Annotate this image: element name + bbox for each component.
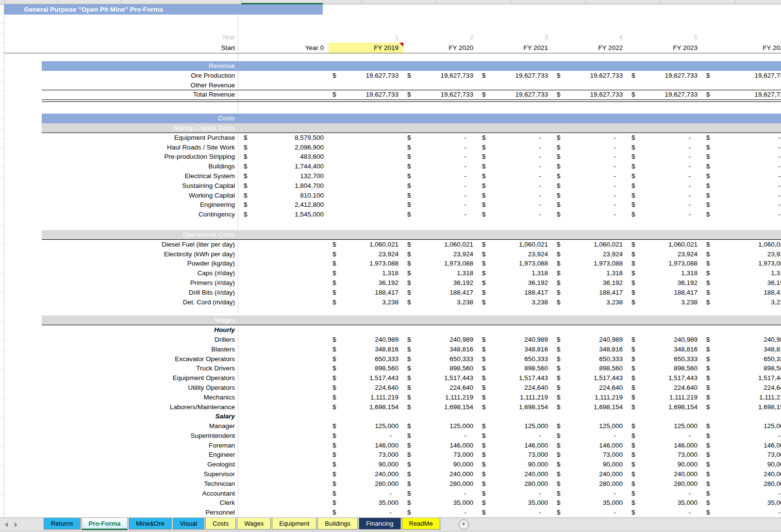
row-label[interactable]: Foreman (0, 441, 238, 450)
money-cell[interactable]: $1,318 (553, 268, 628, 278)
empty-cell[interactable] (329, 210, 403, 219)
money-cell[interactable]: $73,000 (403, 450, 478, 460)
money-cell[interactable]: $- (403, 181, 478, 191)
empty-cell[interactable] (238, 335, 329, 345)
fiscal-year-header-fy2021[interactable]: FY 2021 (478, 43, 553, 53)
empty-cell[interactable] (238, 298, 329, 307)
money-cell[interactable]: $23,924 (628, 249, 702, 259)
row-label[interactable]: Contingency (0, 210, 238, 219)
money-cell[interactable]: $90,000 (628, 460, 702, 469)
empty-cell[interactable] (238, 498, 329, 508)
fiscal-year-header-fy2023[interactable]: FY 2023 (628, 43, 702, 53)
money-cell[interactable]: $650,333 (628, 354, 702, 364)
money-cell[interactable]: $35,000 (478, 498, 553, 508)
money-cell[interactable]: $280,000 (329, 479, 403, 489)
money-cell[interactable]: $2,412,800 (238, 200, 329, 210)
money-cell[interactable]: $650,333 (478, 354, 553, 364)
money-cell[interactable]: $36,192 (403, 278, 478, 288)
money-cell[interactable]: $- (702, 162, 781, 171)
money-cell[interactable]: $146,000 (403, 441, 478, 450)
money-cell[interactable]: $1,060,021 (329, 240, 403, 249)
money-cell[interactable]: $36,192 (628, 278, 702, 288)
sheet-tab-pro-forma[interactable]: Pro-Forma (82, 517, 128, 530)
money-cell[interactable]: $36,192 (702, 278, 781, 288)
money-cell[interactable]: $348,816 (702, 345, 781, 354)
money-cell[interactable]: $224,640 (628, 383, 702, 393)
money-cell[interactable]: $146,000 (553, 441, 628, 450)
money-cell[interactable]: $- (553, 152, 628, 162)
money-cell[interactable]: $125,000 (403, 421, 478, 431)
money-cell[interactable]: $1,111,219 (403, 393, 478, 402)
money-cell[interactable]: $73,000 (702, 450, 781, 460)
money-cell[interactable]: $- (403, 143, 478, 152)
empty-cell[interactable] (238, 288, 329, 298)
money-cell[interactable]: $1,698,154 (329, 402, 403, 412)
money-cell[interactable]: $348,816 (478, 345, 553, 354)
sheet-tab-equipment[interactable]: Equipment (272, 518, 316, 530)
empty-cell[interactable] (238, 325, 329, 335)
sheet-tab-costs[interactable]: Costs (205, 518, 236, 530)
money-cell[interactable]: $90,000 (478, 460, 553, 469)
money-cell[interactable]: $- (702, 200, 781, 210)
fiscal-year-header-fy2024[interactable]: FY 2024 (702, 43, 781, 53)
money-cell[interactable]: $240,000 (553, 469, 628, 479)
money-cell[interactable]: $- (403, 210, 478, 219)
money-cell[interactable]: $- (702, 431, 781, 441)
empty-cell[interactable] (238, 431, 329, 441)
row-label[interactable]: Technician (0, 479, 238, 489)
money-cell[interactable]: $483,600 (238, 152, 329, 162)
row-label[interactable]: Personnel (0, 508, 238, 517)
money-cell[interactable]: $- (553, 200, 628, 210)
money-cell[interactable]: $- (403, 191, 478, 200)
year-number[interactable]: 2 (403, 32, 478, 43)
empty-cell[interactable] (238, 421, 329, 431)
money-cell[interactable]: $280,000 (478, 479, 553, 489)
money-cell[interactable]: $73,000 (478, 450, 553, 460)
money-cell[interactable]: $1,973,088 (403, 259, 478, 268)
empty-cell[interactable] (478, 325, 553, 335)
money-cell[interactable]: $- (628, 162, 702, 171)
money-cell[interactable]: $240,989 (403, 335, 478, 345)
money-cell[interactable]: $23,924 (403, 249, 478, 259)
money-cell[interactable]: $- (702, 181, 781, 191)
money-cell[interactable]: $1,111,219 (702, 393, 781, 402)
money-cell[interactable]: $3,238 (478, 298, 553, 307)
money-cell[interactable]: $1,111,219 (478, 393, 553, 402)
row-label[interactable]: Manager (0, 421, 238, 431)
row-label[interactable]: Superintendent (0, 431, 238, 441)
money-cell[interactable]: $- (403, 200, 478, 210)
money-cell[interactable]: $898,560 (478, 364, 553, 373)
row-label[interactable]: Powder (kg/day) (0, 259, 238, 268)
money-cell[interactable]: $1,973,088 (702, 259, 781, 268)
money-cell[interactable]: $- (403, 508, 478, 517)
empty-cell[interactable] (238, 402, 329, 412)
empty-cell[interactable] (628, 412, 702, 421)
empty-cell[interactable] (238, 90, 329, 100)
row-label[interactable]: Hourly (0, 325, 238, 335)
row-label[interactable]: Drill Bits (#/day) (0, 288, 238, 298)
money-cell[interactable]: $- (702, 210, 781, 219)
empty-cell[interactable] (702, 81, 781, 90)
money-cell[interactable]: $898,560 (553, 364, 628, 373)
money-cell[interactable]: $280,000 (403, 479, 478, 489)
money-cell[interactable]: $146,000 (329, 441, 403, 450)
empty-cell[interactable] (238, 364, 329, 373)
money-cell[interactable]: $1,698,154 (553, 402, 628, 412)
money-cell[interactable]: $280,000 (628, 479, 702, 489)
money-cell[interactable]: $- (553, 171, 628, 181)
money-cell[interactable]: $898,560 (628, 364, 702, 373)
year-number[interactable]: 5 (628, 32, 702, 43)
money-cell[interactable]: $240,000 (478, 469, 553, 479)
empty-cell[interactable] (238, 460, 329, 469)
empty-cell[interactable] (238, 383, 329, 393)
empty-cell[interactable] (702, 412, 781, 421)
row-label[interactable]: Caps (#/day) (0, 268, 238, 278)
money-cell[interactable]: $- (628, 133, 702, 143)
money-cell[interactable]: $650,333 (329, 354, 403, 364)
money-cell[interactable]: $- (702, 191, 781, 200)
money-cell[interactable]: $19,627,733 (553, 90, 628, 100)
empty-cell[interactable] (329, 191, 403, 200)
money-cell[interactable]: $19,627,733 (329, 90, 403, 100)
subsection-bar-startup-capital-costs[interactable]: Startup Capital Costs (42, 123, 781, 133)
money-cell[interactable]: $19,627,733 (478, 90, 553, 100)
